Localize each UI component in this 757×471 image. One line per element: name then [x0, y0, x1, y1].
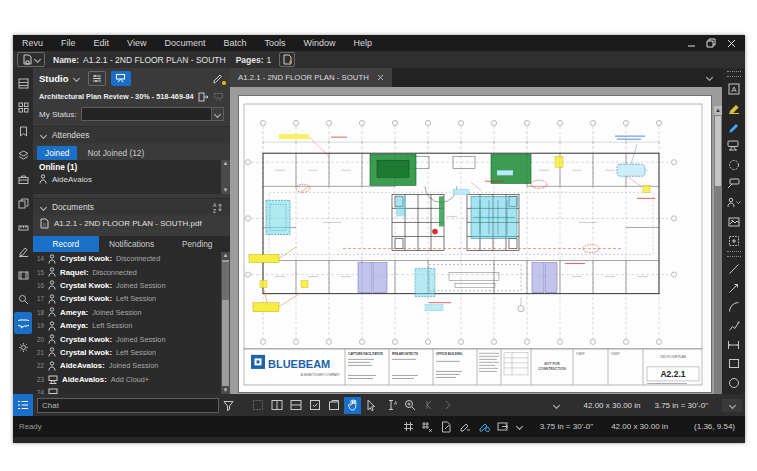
record-row[interactable]: 17Crystal Kwok:Left Session — [33, 292, 230, 305]
online-scrollbar[interactable]: ▲ ▼ — [221, 160, 230, 194]
pen-tool-icon[interactable] — [724, 117, 744, 136]
zoom-tool-icon[interactable] — [401, 397, 418, 414]
session-name[interactable]: Architectural Plan Review - 30% - 518-46… — [39, 92, 194, 101]
markups-list-toggle-icon[interactable] — [13, 394, 33, 416]
markup-yellow-highlights[interactable] — [249, 134, 650, 312]
next-view-icon[interactable] — [439, 397, 456, 414]
dimension-tool-icon[interactable] — [724, 335, 744, 354]
save-file-button[interactable] — [17, 52, 45, 67]
image-tool-icon[interactable] — [724, 212, 744, 231]
status-dropdown-chevron-icon[interactable] — [515, 420, 524, 434]
split-vertical-icon[interactable] — [268, 397, 285, 414]
page-size-readout[interactable]: 42.00 x 30.00 in — [584, 401, 641, 410]
select-text-icon[interactable]: A — [382, 397, 399, 414]
scroll-up-icon[interactable]: ▲ — [714, 106, 722, 115]
scroll-up-icon[interactable]: ▲ — [223, 160, 229, 167]
menu-file[interactable]: File — [52, 38, 85, 48]
tab-not-joined[interactable]: Not Joined (12) — [79, 146, 152, 160]
text-box-tool-icon[interactable]: A — [724, 79, 744, 98]
scroll-up-icon[interactable]: ▲ — [223, 252, 229, 259]
chat-input[interactable] — [37, 398, 219, 413]
menu-window[interactable]: Window — [294, 38, 344, 48]
reuse-markup-icon[interactable] — [496, 420, 511, 434]
measurements-icon[interactable] — [14, 216, 32, 238]
sync-views-icon[interactable] — [477, 420, 492, 434]
arrow-tool-icon[interactable] — [724, 278, 744, 297]
active-document-tab[interactable]: A1.2.1 - 2ND FLOOR PLAN - SOUTH — [230, 68, 392, 87]
studio-panel-icon[interactable] — [14, 312, 32, 334]
menu-view[interactable]: View — [118, 38, 155, 48]
tab-record[interactable]: Record — [33, 236, 99, 252]
scale-readout[interactable]: 3.75 in = 30'-0" — [654, 401, 708, 410]
highlighter-tool-icon[interactable] — [724, 98, 744, 117]
sort-az-icon[interactable]: AZ — [212, 202, 222, 213]
tab-joined[interactable]: Joined — [37, 146, 77, 160]
menu-revu[interactable]: Revu — [13, 38, 52, 48]
sets-icon[interactable] — [14, 192, 32, 214]
studio-alert-icon[interactable] — [212, 72, 224, 84]
detach-tab-icon[interactable] — [325, 397, 342, 414]
polyline-tool-icon[interactable] — [724, 316, 744, 335]
ellipse-tool-icon[interactable] — [724, 373, 744, 392]
documents-section-header[interactable]: Documents AZ — [33, 198, 230, 215]
filter-icon[interactable] — [220, 397, 237, 414]
single-page-view-icon[interactable] — [249, 397, 266, 414]
tab-overflow-chevron-icon[interactable] — [707, 68, 722, 87]
record-row[interactable]: 23AideAvalos:Add Cloud+ — [33, 373, 230, 386]
thumbnails-icon[interactable] — [14, 96, 32, 118]
scroll-down-icon[interactable]: ▼ — [223, 387, 229, 394]
rectangle-tool-icon[interactable] — [724, 354, 744, 373]
record-row[interactable]: 20Crystal Kwok:Joined Session — [33, 332, 230, 345]
properties-gear-icon[interactable] — [14, 336, 32, 358]
line-tool-icon[interactable] — [724, 259, 744, 278]
scroll-thumb[interactable] — [222, 262, 229, 300]
menu-help[interactable]: Help — [344, 38, 381, 48]
attendee-row[interactable]: AideAvalos — [33, 173, 230, 185]
snapshot-tool-icon[interactable] — [724, 231, 744, 250]
record-row[interactable]: 14Crystal Kwok:Disconnected — [33, 252, 230, 265]
record-row[interactable]: 24 — [33, 386, 230, 394]
tab-pending[interactable]: Pending — [164, 236, 230, 252]
arc-tool-icon[interactable] — [724, 297, 744, 316]
snap-to-content-icon[interactable] — [439, 420, 454, 434]
save-view-icon[interactable] — [306, 397, 323, 414]
menu-tools[interactable]: Tools — [255, 38, 294, 48]
tool-chest-icon[interactable] — [14, 168, 32, 190]
scroll-down-icon[interactable]: ▼ — [223, 187, 229, 194]
signature-icon[interactable] — [14, 240, 32, 262]
page-size-dropdown-icon[interactable] — [548, 397, 565, 414]
snap-to-grid-icon[interactable] — [420, 420, 435, 434]
snap-to-markup-icon[interactable] — [458, 420, 473, 434]
record-row[interactable]: 19Ameya:Left Session — [33, 319, 230, 332]
minimize-icon[interactable] — [683, 37, 699, 49]
cloud-tool-icon[interactable] — [724, 155, 744, 174]
pdf-canvas[interactable]: BLUEBEAM A NEMETSCHEK COMPANY CAPTURE FA… — [230, 87, 722, 394]
session-document-row[interactable]: A1.2.1 - 2ND FLOOR PLAN - SOUTH.pdf — [33, 215, 230, 231]
tool-strip-overflow-icon[interactable] — [722, 399, 742, 412]
toolbar-drag-handle[interactable] — [727, 71, 741, 77]
my-status-select[interactable] — [81, 107, 224, 121]
restore-icon[interactable] — [703, 37, 719, 49]
menu-edit[interactable]: Edit — [85, 38, 119, 48]
floor-plan-drawing[interactable]: BLUEBEAM A NEMETSCHEK COMPANY CAPTURE FA… — [239, 96, 711, 392]
leave-session-icon[interactable] — [198, 92, 209, 102]
session-settings-icon[interactable] — [88, 71, 106, 86]
grid-icon[interactable] — [401, 420, 416, 434]
media-icon[interactable] — [14, 264, 32, 286]
scroll-track[interactable] — [222, 260, 229, 386]
stamp-tool-icon[interactable] — [724, 193, 744, 212]
studio-session-icon[interactable] — [111, 71, 131, 86]
new-page-icon[interactable] — [279, 52, 295, 67]
record-row[interactable]: 15Raquel:Disconnected — [33, 265, 230, 278]
drawing-sheet[interactable]: BLUEBEAM A NEMETSCHEK COMPANY CAPTURE FA… — [238, 95, 712, 393]
record-row[interactable]: 22AideAvalos:Joined Session — [33, 359, 230, 372]
tab-notifications[interactable]: Notifications — [99, 236, 165, 252]
menu-batch[interactable]: Batch — [214, 38, 255, 48]
attendees-section-header[interactable]: Attendees — [33, 126, 230, 143]
file-access-icon[interactable] — [14, 120, 32, 142]
previous-view-icon[interactable] — [420, 397, 437, 414]
scroll-thumb[interactable] — [715, 116, 721, 186]
pan-tool-icon[interactable] — [344, 397, 361, 414]
callout-tool-icon[interactable] — [724, 174, 744, 193]
studio-title[interactable]: Studio — [39, 73, 69, 84]
